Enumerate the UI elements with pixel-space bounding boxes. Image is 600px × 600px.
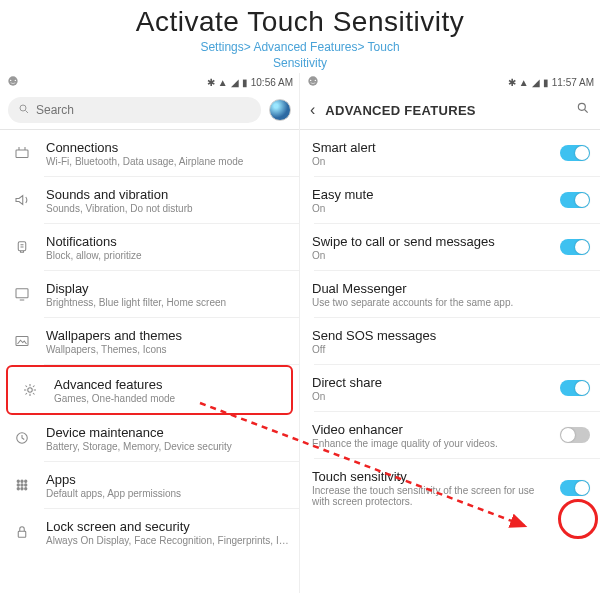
row-sub: Brightness, Blue light filter, Home scre… [46,297,289,308]
settings-row-lock[interactable]: Lock screen and securityAlways On Displa… [0,509,299,555]
row-title: Display [46,281,289,296]
svg-point-19 [17,484,19,486]
row-title: Smart alert [312,140,550,155]
wifi-icon: ▲ [519,77,529,88]
svg-point-22 [17,488,19,490]
svg-point-27 [310,80,311,81]
search-icon [18,101,30,119]
notifications-icon [8,238,36,256]
feature-row[interactable]: Direct shareOn [300,365,600,411]
row-sub: On [312,203,550,214]
lock-icon [8,523,36,541]
svg-point-1 [10,80,11,81]
svg-point-26 [308,77,317,86]
wifi-icon: ▲ [218,77,228,88]
svg-point-28 [315,80,316,81]
row-title: Send SOS messages [312,328,590,343]
row-title: Video enhancer [312,422,550,437]
toggle-switch[interactable] [560,380,590,396]
row-sub: Battery, Storage, Memory, Device securit… [46,441,289,452]
svg-rect-25 [18,531,26,537]
toggle-switch[interactable] [560,427,590,443]
status-bar: ✱ ▲ ◢ ▮ 10:56 AM [0,73,299,91]
row-title: Wallpapers and themes [46,328,289,343]
wallpaper-icon [8,332,36,350]
signal-icon: ◢ [532,77,540,88]
sound-icon [8,191,36,209]
row-sub: Off [312,344,590,355]
svg-point-23 [21,488,23,490]
toggle-switch[interactable] [560,145,590,161]
svg-point-21 [25,484,27,486]
maintenance-icon [8,429,36,447]
feature-row[interactable]: Video enhancerEnhance the image quality … [300,412,600,458]
avatar[interactable] [269,99,291,121]
screenshot-advanced-features: ✱ ▲ ◢ ▮ 11:57 AM ‹ ADVANCED FEATURES Sma… [300,73,600,593]
back-icon[interactable]: ‹ [310,101,315,119]
svg-point-20 [21,484,23,486]
svg-rect-8 [18,242,26,251]
row-sub: Use two separate accounts for the same a… [312,297,590,308]
row-sub: On [312,156,550,167]
row-sub: Always On Display, Face Recognition, Fin… [46,535,289,546]
feature-row[interactable]: Swipe to call or send messagesOn [300,224,600,270]
feature-row[interactable]: Smart alertOn [300,130,600,176]
settings-row-notifications[interactable]: NotificationsBlock, allow, prioritize [0,224,299,270]
apps-icon [8,476,36,494]
svg-point-17 [21,480,23,482]
battery-icon: ▮ [543,77,549,88]
svg-point-29 [578,104,585,111]
toggle-switch[interactable] [560,192,590,208]
svg-point-2 [15,80,16,81]
feature-row[interactable]: Easy muteOn [300,177,600,223]
row-title: Easy mute [312,187,550,202]
feature-row[interactable]: Touch sensitivityIncrease the touch sens… [300,459,600,516]
signal-icon: ◢ [231,77,239,88]
svg-point-14 [28,388,33,393]
status-bar: ✱ ▲ ◢ ▮ 11:57 AM [300,73,600,91]
search-icon[interactable] [576,101,590,119]
row-sub: Enhance the image quality of your videos… [312,438,550,449]
settings-row-sound[interactable]: Sounds and vibrationSounds, Vibration, D… [0,177,299,223]
svg-point-16 [17,480,19,482]
bluetooth-icon: ✱ [207,77,215,88]
breadcrumb: Settings> Advanced Features> Touch Sensi… [0,40,600,71]
feature-row[interactable]: Send SOS messagesOff [300,318,600,364]
toggle-switch[interactable] [560,480,590,496]
row-sub: Increase the touch sensitivity of the sc… [312,485,550,507]
settings-row-advanced[interactable]: Advanced featuresGames, One-handed mode [8,367,291,413]
svg-rect-11 [16,289,28,298]
svg-rect-5 [16,150,28,158]
row-sub: Sounds, Vibration, Do not disturb [46,203,289,214]
row-title: Swipe to call or send messages [312,234,550,249]
settings-row-apps[interactable]: AppsDefault apps, App permissions [0,462,299,508]
svg-point-3 [20,105,26,111]
svg-point-0 [8,77,17,86]
reddit-icon [6,74,20,90]
page-title: Activate Touch Sensitivity [0,6,600,38]
row-sub: On [312,250,550,261]
row-title: Connections [46,140,289,155]
settings-row-display[interactable]: DisplayBrightness, Blue light filter, Ho… [0,271,299,317]
settings-row-connections[interactable]: ConnectionsWi-Fi, Bluetooth, Data usage,… [0,130,299,176]
toggle-switch[interactable] [560,239,590,255]
status-time: 11:57 AM [552,77,594,88]
settings-row-maintenance[interactable]: Device maintenanceBattery, Storage, Memo… [0,415,299,461]
row-title: Sounds and vibration [46,187,289,202]
bluetooth-icon: ✱ [508,77,516,88]
screenshot-settings: ✱ ▲ ◢ ▮ 10:56 AM ConnectionsWi-Fi, Bluet… [0,73,300,593]
search-box[interactable] [8,97,261,123]
feature-row[interactable]: Dual MessengerUse two separate accounts … [300,271,600,317]
row-sub: Wi-Fi, Bluetooth, Data usage, Airplane m… [46,156,289,167]
row-sub: Block, allow, prioritize [46,250,289,261]
row-title: Apps [46,472,289,487]
row-sub: Wallpapers, Themes, Icons [46,344,289,355]
row-title: Direct share [312,375,550,390]
settings-row-wallpaper[interactable]: Wallpapers and themesWallpapers, Themes,… [0,318,299,364]
svg-point-18 [25,480,27,482]
search-input[interactable] [36,103,251,117]
screen-title: ADVANCED FEATURES [325,103,566,118]
svg-line-4 [26,111,29,114]
svg-line-30 [585,110,588,113]
row-title: Touch sensitivity [312,469,550,484]
